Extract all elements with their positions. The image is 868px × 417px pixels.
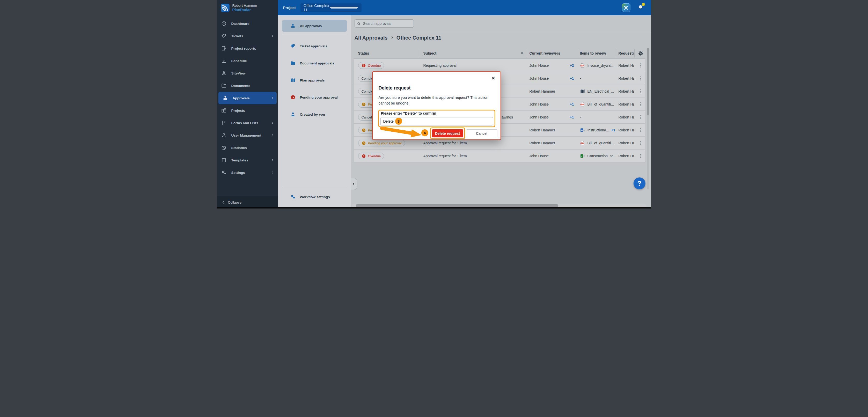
row-menu-icon[interactable]	[640, 88, 643, 94]
user-icon	[221, 132, 227, 138]
chevron-right-icon	[271, 133, 274, 137]
pdf-file-icon: PDF	[580, 102, 585, 107]
column-header-current-reviewers[interactable]: Current reviewers	[529, 48, 576, 59]
requester-cell: Robert Hammer	[619, 136, 634, 150]
gears-icon	[221, 170, 227, 175]
item-link[interactable]: Instructiona...	[587, 128, 609, 132]
app-switcher-icon[interactable]	[622, 3, 630, 12]
item-link[interactable]: Construction_sc...	[587, 154, 616, 158]
siteview-icon	[221, 70, 227, 76]
status-badge: Overdue	[358, 62, 384, 69]
sidebar-collapse-button[interactable]: Collapse	[217, 196, 278, 208]
sidebar-item-templates[interactable]: Templates	[217, 154, 278, 166]
reviewers-cell: John House	[529, 150, 574, 162]
tags-icon	[221, 33, 227, 39]
top-bar: Project Office Complex 11	[278, 0, 651, 15]
item-link[interactable]: EN_Electrical_...	[587, 89, 614, 93]
requester-cell: Robert Hammer	[619, 124, 634, 136]
delete-request-button[interactable]: Delete request	[432, 129, 463, 137]
sidebar-nav: Dashboard Tickets Project reports Schedu…	[217, 17, 278, 179]
subnav-item-plan-approvals[interactable]: Plan approvals	[282, 74, 347, 86]
table-settings-gear-icon[interactable]	[638, 51, 644, 57]
item-link: -	[580, 76, 581, 81]
close-icon[interactable]: ✕	[492, 76, 495, 81]
sort-caret-icon[interactable]	[521, 53, 523, 54]
clipboard-icon	[221, 157, 227, 163]
svg-text:PDF: PDF	[581, 65, 583, 66]
confirm-highlight-box: Please enter "Delete" to confirm Delete	[378, 110, 495, 127]
sidebar-item-project-reports[interactable]: Project reports	[217, 42, 278, 55]
confirm-label: Please enter "Delete" to confirm	[381, 111, 436, 116]
subnav-item-ticket-approvals[interactable]: Ticket approvals	[282, 40, 347, 52]
subnav-item-document-approvals[interactable]: Document approvals	[282, 57, 347, 69]
subnav-item-label: All approvals	[300, 24, 322, 28]
pdf-file-icon: PDF	[580, 140, 585, 146]
subject-cell: Requesting approval	[424, 59, 526, 72]
item-link[interactable]: Bill_of_quantiti...	[587, 102, 614, 106]
chevron-left-icon	[221, 200, 225, 204]
sidebar-item-dashboard[interactable]: Dashboard	[217, 17, 278, 30]
delete-button-highlight-box: Delete request	[430, 128, 465, 139]
row-actions-cell	[637, 136, 645, 150]
item-link[interactable]: Bill_of_quantiti...	[587, 141, 614, 145]
breadcrumb-all-approvals[interactable]: All Approvals	[354, 35, 388, 41]
confirm-input-value: Delete	[383, 119, 394, 123]
row-menu-icon[interactable]	[640, 127, 643, 133]
notification-badge	[642, 3, 645, 6]
table-row[interactable]: Overdue Requesting approval John House+2…	[354, 59, 645, 72]
pdf-file-icon: PDF	[580, 63, 585, 68]
items-cell: EN_Electrical_...	[580, 85, 616, 98]
notifications-bell-icon[interactable]	[637, 4, 644, 11]
annotation-step-3-badge: 3	[395, 118, 402, 125]
row-menu-icon[interactable]	[640, 153, 643, 159]
vertical-scrollbar-thumb[interactable]	[647, 48, 649, 116]
subnav-item-created-by-you[interactable]: Created by you	[282, 108, 347, 120]
sidebar-item-label: Schedule	[231, 59, 247, 63]
sidebar-item-statistics[interactable]: Statistics	[217, 141, 278, 154]
row-menu-icon[interactable]	[640, 114, 643, 120]
row-menu-icon[interactable]	[640, 62, 643, 69]
column-header-items-to-review[interactable]: Items to review	[580, 48, 614, 59]
sidebar-item-label: SiteView	[231, 71, 246, 75]
row-menu-icon[interactable]	[640, 75, 643, 82]
sidebar-item-schedule[interactable]: Schedule	[217, 55, 278, 67]
row-menu-icon[interactable]	[640, 140, 643, 146]
vertical-scrollbar[interactable]	[647, 48, 649, 189]
sidebar-item-documents[interactable]: Documents	[217, 79, 278, 92]
topbar-actions	[622, 3, 644, 12]
sidebar-item-projects[interactable]: Projects	[217, 104, 278, 117]
column-header-requester[interactable]: Requester	[619, 48, 633, 59]
chevron-right-icon	[271, 96, 274, 100]
sidebar-item-siteview[interactable]: SiteView	[217, 67, 278, 79]
row-actions-cell	[637, 150, 645, 162]
item-link[interactable]: Invoice_drywal...	[587, 63, 614, 67]
horizontal-scrollbar[interactable]	[352, 204, 646, 207]
horizontal-scrollbar-thumb[interactable]	[356, 204, 558, 207]
row-menu-icon[interactable]	[640, 101, 643, 107]
subnav-item-all-approvals[interactable]: All approvals	[282, 20, 347, 32]
subnav-item-workflow-settings[interactable]: Workflow settings	[282, 191, 347, 203]
reviewers-cell: Robert Hammer	[529, 124, 574, 136]
chevron-right-icon	[271, 34, 274, 38]
userBlue-icon	[290, 111, 296, 117]
subnav-item-label: Ticket approvals	[300, 44, 328, 48]
cancel-button[interactable]: Cancel	[466, 129, 497, 137]
modal-body-text: Are you sure you want to delete this app…	[379, 95, 496, 106]
status-cell: Overdue	[358, 59, 420, 72]
sidebar-item-settings[interactable]: Settings	[217, 166, 278, 179]
column-header-subject[interactable]: Subject	[424, 48, 519, 59]
search-approvals-input[interactable]	[363, 21, 411, 26]
items-cell: PDFInvoice_drywal...	[580, 59, 616, 72]
reviewers-cell: John House+1	[529, 98, 574, 111]
mapBlue-icon	[290, 77, 296, 83]
sidebar-item-approvals[interactable]: Approvals	[218, 92, 277, 104]
help-button[interactable]: ?	[633, 178, 645, 189]
column-header-status[interactable]: Status	[358, 48, 418, 59]
buildings-icon	[221, 107, 227, 113]
project-select-dropdown[interactable]: Office Complex 11	[301, 3, 362, 12]
sidebar-item-forms-and-lists[interactable]: Forms and Lists	[217, 117, 278, 129]
table-row[interactable]: Overdue Approval request for 1 item John…	[354, 150, 645, 162]
sidebar-item-user-management[interactable]: User Management	[217, 129, 278, 141]
subnav-item-pending-your-approval[interactable]: Pending your approval	[282, 91, 347, 103]
sidebar-item-tickets[interactable]: Tickets	[217, 30, 278, 42]
